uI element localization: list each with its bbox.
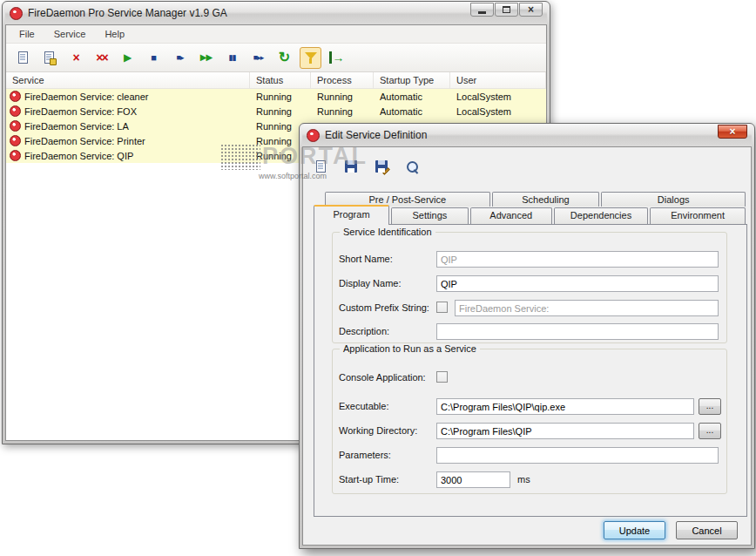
status-cell: Running — [250, 92, 311, 102]
parameters-input[interactable] — [436, 447, 719, 464]
edit-service-icon — [44, 51, 54, 64]
col-user[interactable]: User — [450, 72, 546, 88]
working-directory-label: Working Directory: — [339, 425, 417, 436]
save-definition-button[interactable] — [372, 157, 391, 176]
short-name-input[interactable] — [436, 251, 719, 268]
console-application-checkbox[interactable] — [436, 371, 448, 383]
tab-environment[interactable]: Environment — [650, 207, 746, 224]
new-service-button[interactable] — [12, 47, 34, 69]
custom-prefix-label: Custom Prefix String: — [339, 302, 429, 313]
uninstall-all-icon: ×× — [96, 51, 106, 64]
close-icon: × — [528, 4, 534, 15]
application-group: Application to Run as a Service Console … — [332, 349, 727, 494]
restart-icon: ■▸ — [177, 54, 184, 62]
description-input[interactable] — [436, 323, 719, 340]
working-directory-input[interactable] — [436, 423, 694, 439]
short-name-label: Short Name: — [339, 254, 393, 264]
exit-button[interactable]: → — [326, 47, 348, 69]
restart-all-button[interactable]: ■▸▸ — [247, 47, 269, 69]
display-name-label: Display Name: — [339, 278, 402, 288]
executable-label: Executable: — [339, 401, 388, 411]
service-row[interactable]: FireDaemon Service: FOX Running Running … — [6, 104, 546, 119]
cancel-button[interactable]: Cancel — [676, 521, 738, 539]
tab-strip: Pre / Post-Service Scheduling Dialogs Pr… — [314, 192, 747, 224]
tab-dependencies[interactable]: Dependencies — [554, 207, 649, 224]
tab-scheduling[interactable]: Scheduling — [492, 192, 600, 207]
menu-bar: File Service Help — [6, 25, 546, 44]
start-all-button[interactable]: ▶▶ — [195, 47, 217, 69]
display-name-input[interactable] — [436, 275, 719, 292]
refresh-button[interactable]: ↻ — [273, 47, 295, 69]
dialog-close-button[interactable]: × — [718, 125, 747, 139]
startup-cell: Automatic — [374, 92, 450, 102]
col-process[interactable]: Process — [311, 72, 374, 88]
stop-service-button[interactable]: ■ — [143, 47, 165, 69]
working-directory-browse-button[interactable]: ... — [699, 423, 721, 439]
executable-browse-button[interactable]: ... — [699, 398, 721, 415]
desktop: FireDaemon Pro Service Manager v1.9 GA ×… — [0, 0, 756, 556]
startup-time-label: Start-up Time: — [339, 474, 399, 485]
find-button[interactable] — [402, 157, 422, 176]
custom-prefix-checkbox[interactable] — [436, 302, 448, 313]
refresh-icon: ↻ — [279, 51, 290, 64]
stop-all-button[interactable]: ▮▮ — [221, 47, 243, 69]
start-all-icon: ▶▶ — [200, 53, 212, 62]
new-definition-button[interactable] — [311, 157, 330, 176]
start-service-button[interactable]: ▶ — [117, 47, 138, 69]
save-definition-icon — [375, 160, 388, 173]
install-service-button[interactable] — [341, 157, 361, 176]
tab-settings[interactable]: Settings — [391, 207, 469, 224]
uninstall-all-button[interactable]: ×× — [91, 47, 112, 69]
process-cell: Running — [311, 92, 374, 102]
stop-all-icon: ▮▮ — [229, 54, 236, 62]
maximize-button[interactable] — [495, 3, 518, 17]
minimize-button[interactable] — [470, 3, 494, 17]
delete-icon: × — [72, 51, 78, 64]
update-button[interactable]: Update — [604, 521, 665, 539]
install-service-icon — [345, 160, 357, 173]
col-startup-type[interactable]: Startup Type — [374, 72, 450, 88]
close-button[interactable]: × — [519, 3, 543, 17]
user-cell: LocalSystem — [450, 106, 546, 117]
console-application-label: Console Application: — [339, 372, 426, 383]
custom-prefix-input[interactable] — [455, 300, 719, 316]
main-toolbar: × ×× ▶ ■ ■▸ ▶▶ ▮▮ ■▸▸ ↻ → — [6, 44, 546, 72]
dialog-title: Edit Service Definition — [325, 129, 427, 141]
restart-service-button[interactable]: ■▸ — [169, 47, 191, 69]
menu-file[interactable]: File — [10, 26, 44, 42]
firedaemon-service-icon — [10, 91, 21, 102]
stop-icon: ■ — [151, 53, 157, 63]
service-name-cell: FireDaemon Service: Printer — [6, 135, 250, 146]
tab-dialogs[interactable]: Dialogs — [601, 192, 746, 207]
list-header: Service Status Process Startup Type User — [6, 72, 546, 89]
start-icon: ▶ — [124, 52, 132, 63]
startup-time-input[interactable] — [436, 471, 510, 488]
dialog-toolbar — [311, 157, 422, 176]
delete-service-button[interactable]: × — [64, 47, 86, 69]
col-status[interactable]: Status — [250, 72, 311, 88]
executable-input[interactable] — [436, 398, 694, 415]
new-service-icon — [18, 51, 28, 64]
service-name-cell: FireDaemon Service: cleaner — [6, 91, 250, 102]
tab-program[interactable]: Program — [314, 205, 389, 225]
menu-service[interactable]: Service — [44, 26, 96, 42]
menu-help[interactable]: Help — [95, 26, 134, 42]
minimize-icon — [478, 11, 486, 14]
col-service[interactable]: Service — [6, 72, 250, 88]
startup-cell: Automatic — [374, 106, 450, 117]
main-titlebar[interactable]: FireDaemon Pro Service Manager v1.9 GA × — [5, 2, 547, 24]
exit-icon: → — [329, 51, 345, 64]
new-definition-icon — [316, 160, 326, 173]
edit-service-button[interactable] — [38, 47, 60, 69]
group-title: Application to Run as a Service — [340, 343, 480, 354]
service-row[interactable]: FireDaemon Service: cleaner Running Runn… — [6, 89, 546, 104]
filter-button[interactable] — [300, 47, 321, 69]
firedaemon-logo-icon — [307, 129, 320, 142]
service-name-cell: FireDaemon Service: QIP — [6, 150, 250, 161]
tab-advanced[interactable]: Advanced — [470, 207, 552, 224]
service-name-cell: FireDaemon Service: FOX — [6, 105, 250, 117]
dialog-titlebar[interactable]: Edit Service Definition × — [302, 124, 752, 146]
user-cell: LocalSystem — [450, 92, 546, 102]
group-title: Service Identification — [340, 227, 435, 237]
restart-all-icon: ■▸▸ — [253, 54, 263, 62]
